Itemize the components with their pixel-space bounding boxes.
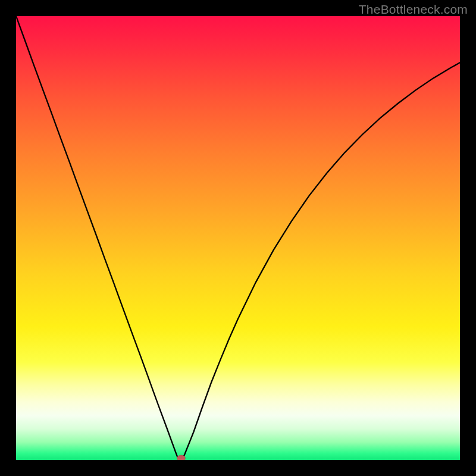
bottleneck-curve (16, 16, 460, 460)
plot-area (16, 16, 460, 460)
curve-layer (16, 16, 460, 460)
chart-frame: TheBottleneck.com (0, 0, 476, 476)
watermark-text: TheBottleneck.com (359, 2, 468, 17)
min-marker (177, 455, 186, 460)
